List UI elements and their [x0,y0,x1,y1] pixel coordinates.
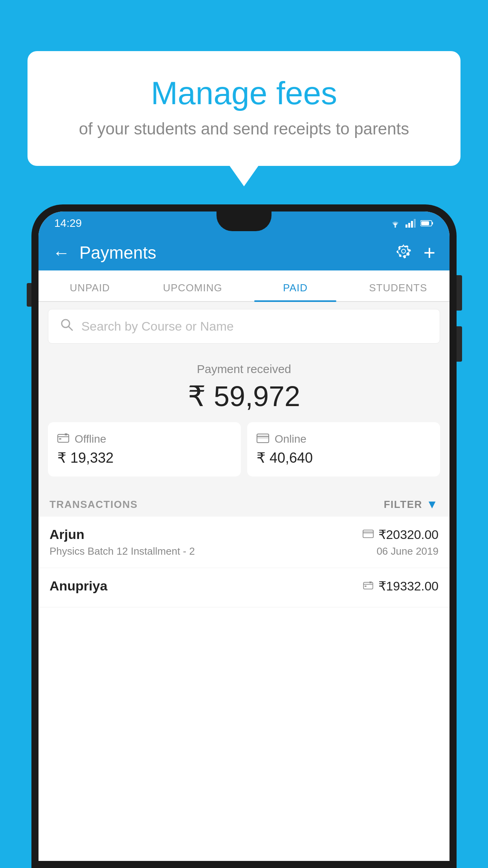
filter-label: FILTER [384,498,422,511]
svg-rect-16 [363,530,373,537]
svg-rect-7 [421,221,429,225]
payment-summary: Payment received ₹ 59,972 [39,351,449,488]
bubble-title: Manage fees [59,75,429,112]
transaction-course: Physics Batch 12 Installment - 2 [50,545,195,557]
tab-students[interactable]: STUDENTS [347,282,450,301]
phone-screen: 14:29 [39,211,449,861]
status-bar: 14:29 [39,211,449,235]
app-bar-title: Payments [79,243,395,263]
transaction-payment-icon [363,528,374,541]
svg-point-0 [394,226,396,228]
tab-paid[interactable]: PAID [244,282,347,301]
transaction-top: Anupriya ₹19332.00 [50,578,438,594]
speech-bubble: Manage fees of your students and send re… [28,51,460,166]
settings-button[interactable] [395,243,412,263]
offline-payment-card: Offline ₹ 19,332 [48,422,241,476]
svg-rect-13 [257,434,269,443]
payment-received-label: Payment received [48,362,440,376]
transaction-row[interactable]: Arjun ₹20320.00 Physics Batch 1 [39,517,449,568]
battery-icon [420,220,434,227]
transaction-payment-icon [363,580,374,592]
transaction-amount: ₹19332.00 [378,579,438,594]
offline-type-label: Offline [75,433,106,445]
online-amount: ₹ 40,640 [257,450,431,466]
phone-side-left [27,283,31,307]
transaction-name: Arjun [50,527,84,542]
speech-bubble-container: Manage fees of your students and send re… [28,51,460,166]
tab-unpaid[interactable]: UNPAID [39,282,141,301]
svg-line-9 [69,327,72,330]
transaction-row[interactable]: Anupriya ₹19332.00 [39,568,449,607]
search-box[interactable]: Search by Course or Name [48,309,440,344]
bubble-subtitle: of your students and send receipts to pa… [59,120,429,138]
svg-rect-4 [414,219,416,228]
status-time: 14:29 [54,217,82,230]
phone-frame: 14:29 [31,204,457,868]
back-button[interactable]: ← [53,243,70,263]
app-bar-actions: + [395,241,435,265]
transaction-amount: ₹20320.00 [378,527,438,542]
svg-rect-21 [364,585,366,587]
svg-rect-1 [405,224,407,228]
offline-card-header: Offline [57,432,231,446]
signal-icon [405,219,416,228]
phone-notch [216,211,272,231]
search-icon [60,318,73,335]
transaction-name: Anupriya [50,578,107,594]
transaction-amount-wrap: ₹19332.00 [363,579,438,594]
online-payment-icon [257,432,269,446]
payment-total-amount: ₹ 59,972 [48,380,440,413]
filter-button[interactable]: FILTER ▼ [384,498,438,511]
wifi-icon [389,219,402,228]
transaction-top: Arjun ₹20320.00 [50,527,438,542]
transactions-label: TRANSACTIONS [50,498,138,511]
online-payment-card: Online ₹ 40,640 [247,422,440,476]
transactions-header: TRANSACTIONS FILTER ▼ [39,488,449,517]
phone-side-right2 [457,326,462,362]
offline-payment-icon [57,432,69,446]
app-bar: ← Payments + [39,235,449,270]
transaction-date: 06 June 2019 [376,545,438,557]
tab-upcoming[interactable]: UPCOMING [141,282,244,301]
transaction-bottom: Physics Batch 12 Installment - 2 06 June… [50,545,438,557]
svg-rect-3 [411,221,413,228]
search-input[interactable]: Search by Course or Name [81,319,234,334]
add-button[interactable]: + [424,241,435,265]
search-container: Search by Course or Name [39,302,449,351]
phone-container: 14:29 [31,204,457,868]
svg-rect-12 [59,438,61,440]
svg-rect-2 [408,223,410,228]
transaction-amount-wrap: ₹20320.00 [363,527,438,542]
online-type-label: Online [275,433,306,445]
phone-side-right1 [457,275,462,311]
filter-icon: ▼ [426,498,438,511]
online-card-header: Online [257,432,431,446]
tabs-bar: UNPAID UPCOMING PAID STUDENTS [39,270,449,302]
status-icons [389,219,434,228]
offline-amount: ₹ 19,332 [57,450,231,466]
svg-rect-6 [432,222,433,224]
payment-cards: Offline ₹ 19,332 [48,422,440,476]
